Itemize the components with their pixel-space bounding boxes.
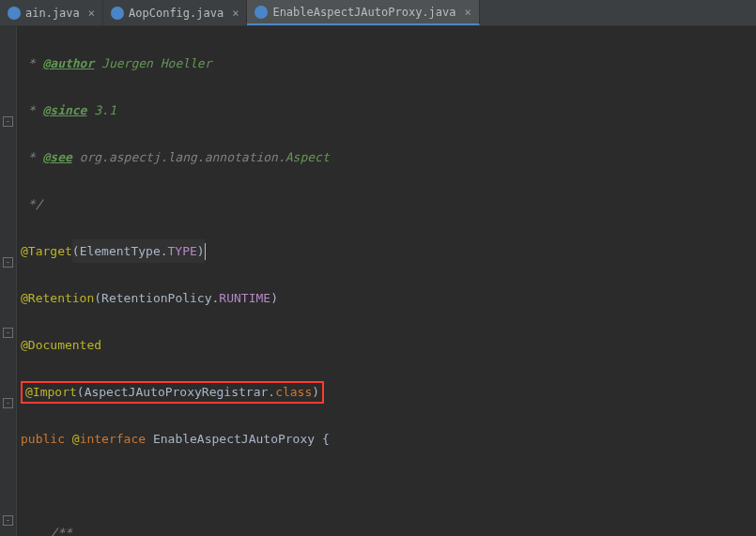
fold-icon[interactable]: - <box>3 515 13 526</box>
tab-label: ain.java <box>25 7 80 20</box>
java-file-icon <box>8 7 21 20</box>
class-file-icon <box>111 7 124 20</box>
close-icon[interactable]: × <box>232 7 239 20</box>
close-icon[interactable]: × <box>88 7 95 20</box>
text-caret <box>205 243 206 260</box>
editor-tabs: ain.java × AopConfig.java × EnableAspect… <box>0 0 756 26</box>
fold-icon[interactable]: - <box>3 116 13 127</box>
tab-ainjava[interactable]: ain.java × <box>0 0 103 25</box>
editor-area: - - - - - * @author Juergen Hoeller * @s… <box>0 26 756 536</box>
gutter: - - - - - <box>0 26 17 536</box>
tab-enableaspectjautoproxy[interactable]: EnableAspectJAutoProxy.java × <box>247 0 479 25</box>
tab-label: EnableAspectJAutoProxy.java <box>272 6 455 19</box>
close-icon[interactable]: × <box>465 6 471 19</box>
fold-icon[interactable]: - <box>3 398 13 408</box>
class-file-icon <box>255 6 268 19</box>
fold-icon[interactable]: - <box>3 328 13 338</box>
highlighted-import-line: @Import(AspectJAutoProxyRegistrar.class) <box>21 381 324 404</box>
code-content[interactable]: * @author Juergen Hoeller * @since 3.1 *… <box>17 26 712 536</box>
tab-label: AopConfig.java <box>129 7 224 20</box>
tab-aopconfig[interactable]: AopConfig.java × <box>103 0 247 25</box>
fold-icon[interactable]: - <box>3 257 13 268</box>
